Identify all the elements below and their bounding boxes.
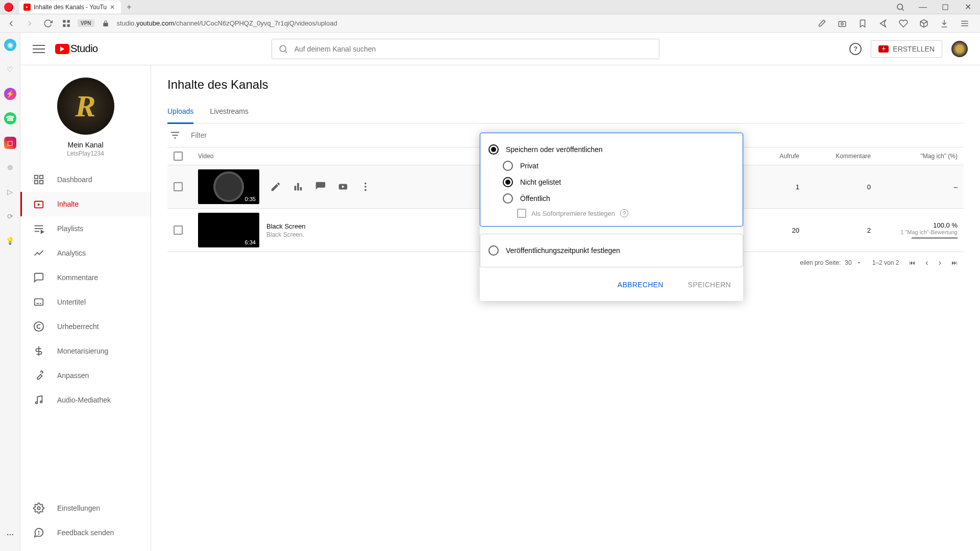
svg-point-42 xyxy=(364,183,366,185)
url-input[interactable]: studio.youtube.com/channel/UCocN6zQPHQZ_… xyxy=(117,19,811,27)
col-likes[interactable]: "Mag ich" (%) xyxy=(871,153,958,160)
svg-rect-17 xyxy=(40,181,43,184)
cancel-button[interactable]: ABBRECHEN xyxy=(611,277,670,293)
video-thumbnail[interactable]: 6:34 xyxy=(198,213,259,247)
comments-icon[interactable] xyxy=(314,181,327,193)
channel-name: LetsPlay1234 xyxy=(20,150,151,157)
svg-point-31 xyxy=(37,507,40,510)
save-button[interactable]: SPEICHERN xyxy=(682,277,737,293)
menu-icon[interactable] xyxy=(958,16,972,31)
nav-monetization[interactable]: Monetarisierung xyxy=(20,339,151,363)
analytics-icon[interactable] xyxy=(292,181,304,193)
cube-icon[interactable] xyxy=(917,16,931,31)
reload-icon[interactable] xyxy=(41,16,55,31)
radio-icon xyxy=(488,144,499,155)
tab-livestreams[interactable]: Livestreams xyxy=(210,102,248,123)
messenger-icon[interactable]: ⚡ xyxy=(4,88,16,100)
radio-icon xyxy=(503,177,513,187)
send-icon[interactable] xyxy=(876,16,890,31)
help-icon[interactable]: ? xyxy=(620,209,628,217)
lightbulb-icon[interactable]: 💡 xyxy=(4,235,16,247)
publish-group: Speichern oder veröffentlichen Privat Ni… xyxy=(480,133,743,227)
premiere-checkbox-row[interactable]: Als Sofortpremiere festlegen ? xyxy=(488,209,734,218)
history-icon[interactable]: ⟳ xyxy=(4,210,16,222)
col-comments[interactable]: Kommentare xyxy=(799,153,871,160)
nav-content[interactable]: Inhalte xyxy=(20,192,151,216)
edit-url-icon[interactable] xyxy=(815,16,829,31)
svg-rect-14 xyxy=(35,176,38,179)
nav-feedback[interactable]: Feedback senden xyxy=(20,520,151,545)
next-page-icon[interactable]: › xyxy=(939,258,941,267)
nav-customize[interactable]: Anpassen xyxy=(20,363,151,388)
new-tab-button[interactable]: + xyxy=(124,2,134,12)
browser-tab[interactable]: Inhalte des Kanals - YouTu ✕ xyxy=(19,1,121,14)
whatsapp-icon[interactable]: ☎ xyxy=(4,112,16,124)
tab-uploads[interactable]: Uploads xyxy=(167,102,193,124)
back-icon[interactable] xyxy=(4,16,18,31)
nav-analytics[interactable]: Analytics xyxy=(20,241,151,265)
svg-point-33 xyxy=(39,534,39,534)
rpp-value[interactable]: 30 xyxy=(845,259,851,266)
bookmark-icon[interactable] xyxy=(855,16,870,31)
nav-subtitles[interactable]: Untertitel xyxy=(20,290,151,314)
close-window-icon[interactable]: ✕ xyxy=(960,0,976,14)
svg-rect-15 xyxy=(40,176,43,179)
edit-icon[interactable] xyxy=(270,181,282,193)
search-input[interactable] xyxy=(272,39,659,59)
heart-icon[interactable] xyxy=(896,16,911,31)
opera-logo-icon xyxy=(4,3,13,12)
nav-comments[interactable]: Kommentare xyxy=(20,265,151,290)
instagram-icon[interactable]: ◻ xyxy=(4,137,16,149)
first-page-icon[interactable]: ⏮ xyxy=(909,259,915,266)
studio-logo[interactable]: Studio xyxy=(55,43,98,55)
radio-schedule[interactable]: Veröffentlichungszeitpunkt festlegen xyxy=(488,242,734,259)
cell-comments: 2 xyxy=(799,227,871,234)
select-all-checkbox[interactable] xyxy=(174,152,183,161)
forward-icon[interactable] xyxy=(22,16,37,31)
youtube-icon xyxy=(23,4,31,11)
radio-unlisted[interactable]: Nicht gelistet xyxy=(488,174,734,190)
avatar[interactable]: R xyxy=(951,41,968,57)
radio-save-publish[interactable]: Speichern oder veröffentlichen xyxy=(488,141,734,158)
bookmark-heart-icon[interactable]: ♡ xyxy=(4,63,16,76)
nav-audio[interactable]: Audio-Mediathek xyxy=(20,388,151,412)
nav-playlists[interactable]: Playlists xyxy=(20,216,151,241)
radio-private[interactable]: Privat xyxy=(488,158,734,174)
home-icon[interactable]: ◉ xyxy=(4,39,16,51)
nav-dashboard[interactable]: Dashboard xyxy=(20,167,151,192)
channel-avatar[interactable]: R xyxy=(57,78,114,135)
speed-dial-icon[interactable]: ⊚ xyxy=(4,161,16,173)
row-checkbox[interactable] xyxy=(174,226,183,235)
close-icon[interactable]: ✕ xyxy=(110,4,117,11)
apps-icon[interactable] xyxy=(59,16,74,31)
radio-public[interactable]: Öffentlich xyxy=(488,190,734,207)
filter-icon[interactable] xyxy=(169,130,181,141)
gear-icon xyxy=(33,502,45,514)
vpn-badge[interactable]: VPN xyxy=(78,19,94,27)
search-field[interactable] xyxy=(295,45,653,53)
minimize-icon[interactable]: — xyxy=(915,0,931,14)
youtube-link-icon[interactable] xyxy=(337,181,349,193)
col-views[interactable]: Aufrufe xyxy=(738,153,799,160)
create-button[interactable]: ERSTELLEN xyxy=(871,40,942,58)
play-icon[interactable]: ▷ xyxy=(4,186,16,198)
camera-icon[interactable] xyxy=(835,16,849,31)
search-browser-icon[interactable] xyxy=(892,0,909,14)
cell-likes: 100,0 % xyxy=(933,221,958,229)
chevron-down-icon[interactable] xyxy=(856,260,862,266)
more-icon[interactable] xyxy=(359,181,372,193)
schedule-group[interactable]: Veröffentlichungszeitpunkt festlegen xyxy=(480,234,743,267)
download-icon[interactable] xyxy=(937,16,951,31)
svg-rect-37 xyxy=(295,186,297,190)
video-thumbnail[interactable]: 0:35 xyxy=(198,169,259,204)
hamburger-icon[interactable] xyxy=(33,43,45,55)
prev-page-icon[interactable]: ‹ xyxy=(925,258,928,267)
row-checkbox[interactable] xyxy=(174,182,183,191)
help-icon[interactable]: ? xyxy=(849,43,862,55)
nav-copyright[interactable]: Urheberrecht xyxy=(20,314,151,339)
maximize-icon[interactable] xyxy=(937,0,953,14)
last-page-icon[interactable]: ⏭ xyxy=(951,259,958,266)
nav-settings[interactable]: Einstellungen xyxy=(20,496,151,520)
more-icon[interactable]: ⋯ xyxy=(4,529,16,541)
lock-icon[interactable] xyxy=(99,16,113,31)
